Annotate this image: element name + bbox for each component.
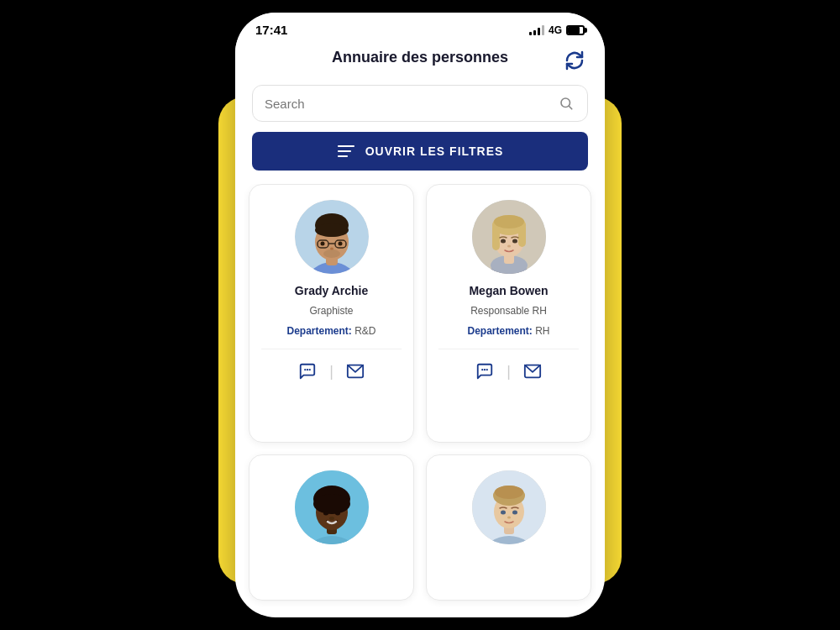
- svg-point-47: [323, 511, 328, 515]
- person-dept: Departement: RH: [467, 325, 549, 337]
- status-bar: 17:41 4G: [235, 13, 605, 42]
- avatar-grady-image: [295, 200, 369, 274]
- avatar-person4: [472, 470, 546, 544]
- person-card-megan[interactable]: Megan Bowen Responsable RH Departement: …: [426, 184, 591, 443]
- search-bar: [252, 85, 588, 122]
- avatar-person3: [295, 470, 369, 544]
- chat-button[interactable]: [294, 358, 321, 385]
- svg-point-34: [512, 239, 517, 244]
- svg-point-32: [494, 215, 524, 228]
- search-input[interactable]: [265, 97, 550, 111]
- svg-rect-30: [492, 223, 500, 250]
- svg-point-49: [329, 517, 334, 520]
- page-title: Annuaire des personnes: [332, 49, 508, 66]
- phone-frame: 17:41 4G Annuaire des personnes: [235, 13, 605, 617]
- person-name: Megan Bowen: [469, 284, 548, 297]
- svg-point-35: [507, 245, 511, 248]
- filter-button[interactable]: OUVRIR LES FILTRES: [252, 132, 588, 171]
- svg-point-48: [335, 511, 340, 515]
- action-divider: |: [329, 364, 333, 379]
- dept-value: RH: [535, 325, 549, 337]
- person-role: Responsable RH: [470, 304, 547, 318]
- dept-label: Departement:: [286, 325, 351, 337]
- status-time: 17:41: [255, 23, 287, 37]
- svg-line-1: [569, 106, 571, 108]
- svg-point-15: [320, 242, 324, 246]
- chat-icon: [298, 362, 317, 381]
- svg-point-57: [501, 510, 506, 514]
- refresh-icon: [564, 50, 585, 71]
- person-dept: Departement: R&D: [286, 325, 375, 337]
- chat-icon: [475, 362, 494, 381]
- email-icon: [523, 362, 542, 381]
- people-grid: Grady Archie Graphiste Departement: R&D …: [235, 184, 605, 617]
- email-button[interactable]: [342, 358, 369, 385]
- person-actions: |: [261, 349, 402, 385]
- svg-point-16: [338, 242, 342, 246]
- svg-point-58: [512, 510, 517, 514]
- person-role: Graphiste: [309, 304, 353, 318]
- dept-label: Departement:: [467, 325, 532, 337]
- dept-value: R&D: [354, 325, 375, 337]
- svg-point-56: [495, 486, 523, 499]
- filter-label: OUVRIR LES FILTRES: [365, 144, 504, 158]
- svg-point-33: [501, 239, 506, 244]
- chat-button[interactable]: [471, 358, 498, 385]
- signal-icon: [529, 25, 544, 35]
- search-icon: [557, 94, 575, 113]
- svg-point-11: [315, 223, 349, 237]
- svg-point-18: [323, 249, 340, 258]
- status-icons: 4G: [529, 24, 585, 36]
- svg-point-59: [507, 516, 511, 518]
- refresh-button[interactable]: [561, 47, 588, 74]
- svg-rect-31: [518, 223, 526, 247]
- person-actions: |: [438, 349, 579, 385]
- email-button[interactable]: [519, 358, 546, 385]
- email-icon: [346, 362, 365, 381]
- avatar-megan: [472, 200, 546, 274]
- avatar-3-image: [295, 470, 369, 544]
- filter-icon-svg: [337, 144, 355, 159]
- person-card-3[interactable]: [249, 454, 414, 601]
- search-container: [235, 78, 605, 132]
- avatar-megan-image: [472, 200, 546, 274]
- avatar-4-image: [472, 470, 546, 544]
- person-name: Grady Archie: [295, 284, 368, 297]
- svg-point-46: [313, 494, 350, 514]
- person-card-grady[interactable]: Grady Archie Graphiste Departement: R&D …: [249, 184, 414, 443]
- app-header: Annuaire des personnes: [235, 42, 605, 78]
- battery-icon: [566, 25, 585, 35]
- filter-lines-icon: [337, 144, 355, 159]
- network-type: 4G: [549, 24, 562, 36]
- avatar-grady: [295, 200, 369, 274]
- action-divider: |: [507, 364, 511, 379]
- person-card-4[interactable]: [426, 454, 591, 601]
